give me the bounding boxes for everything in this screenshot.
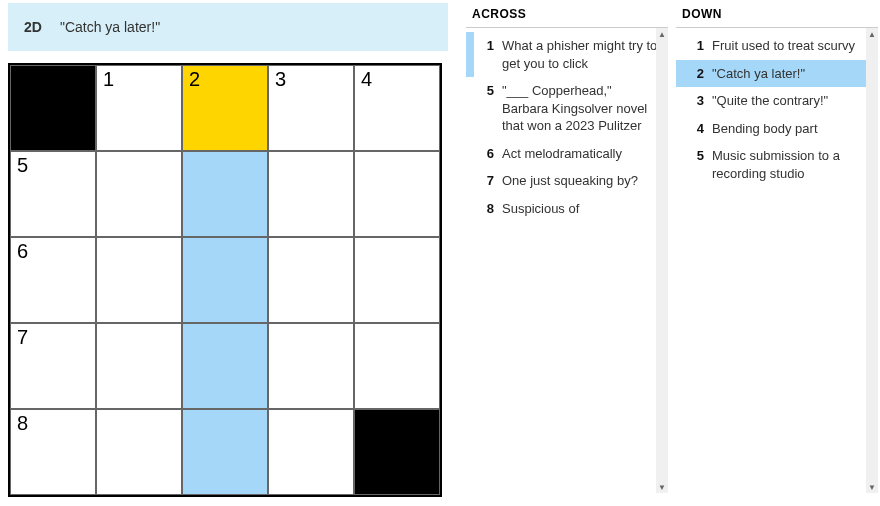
puzzle-area: 2D "Catch ya later!" 12345678 [8,3,448,497]
grid-cell[interactable]: 2 [182,65,268,151]
clue-item[interactable]: 8Suspicious of [466,195,668,223]
clue-number: 5 [474,82,494,135]
clue-number: 7 [474,172,494,190]
grid-cell [354,409,440,495]
grid-cell[interactable] [182,409,268,495]
cell-number: 1 [103,68,114,91]
clue-number: 1 [474,37,494,72]
grid-cell[interactable] [354,237,440,323]
cell-number: 3 [275,68,286,91]
grid-cell[interactable] [268,237,354,323]
clue-text: Music submission to a recording studio [712,147,872,182]
grid-cell[interactable] [268,323,354,409]
cell-number: 4 [361,68,372,91]
clue-text: Bending body part [712,120,872,138]
clue-item[interactable]: 1Fruit used to treat scurvy [676,32,878,60]
clue-number: 5 [684,147,704,182]
clue-item[interactable]: 3"Quite the contrary!" [676,87,878,115]
cell-number: 7 [17,326,28,349]
clue-item[interactable]: 1What a phisher might try to get you to … [466,32,668,77]
clue-number: 3 [684,92,704,110]
clue-number: 8 [474,200,494,218]
scrollbar[interactable]: ▲ ▼ [656,28,668,493]
grid-cell[interactable]: 4 [354,65,440,151]
down-clue-list: 1Fruit used to treat scurvy2"Catch ya la… [676,28,878,191]
cell-number: 2 [189,68,200,91]
clue-text: What a phisher might try to get you to c… [502,37,662,72]
clue-text: "Catch ya later!" [712,65,872,83]
grid-cell[interactable] [268,151,354,237]
current-clue-text: "Catch ya later!" [60,19,160,35]
grid-cell[interactable] [182,323,268,409]
clue-number: 1 [684,37,704,55]
grid-cell[interactable]: 7 [10,323,96,409]
across-list-wrap: 1What a phisher might try to get you to … [466,28,668,493]
grid-cell[interactable] [354,323,440,409]
clue-text: Suspicious of [502,200,662,218]
clue-item[interactable]: 5"___ Copperhead," Barbara Kingsolver no… [466,77,668,140]
cell-number: 5 [17,154,28,177]
clue-text: "Quite the contrary!" [712,92,872,110]
scroll-up-icon[interactable]: ▲ [866,28,878,40]
grid-cell[interactable] [182,151,268,237]
current-clue-label: 2D [24,19,42,35]
grid-cell[interactable]: 3 [268,65,354,151]
grid-cell [10,65,96,151]
grid-cell[interactable] [96,151,182,237]
clue-number: 4 [684,120,704,138]
grid-cell[interactable] [268,409,354,495]
clue-text: One just squeaking by? [502,172,662,190]
grid-cell[interactable] [96,409,182,495]
scroll-up-icon[interactable]: ▲ [656,28,668,40]
across-column: ACROSS 1What a phisher might try to get … [466,3,668,493]
clue-text: Fruit used to treat scurvy [712,37,872,55]
current-clue-bar: 2D "Catch ya later!" [8,3,448,51]
scrollbar[interactable]: ▲ ▼ [866,28,878,493]
clue-number: 2 [684,65,704,83]
grid-cell[interactable] [182,237,268,323]
grid-cell[interactable]: 6 [10,237,96,323]
cell-number: 8 [17,412,28,435]
cell-number: 6 [17,240,28,263]
grid-cell[interactable]: 1 [96,65,182,151]
across-clue-list: 1What a phisher might try to get you to … [466,28,668,226]
across-heading: ACROSS [466,3,668,28]
clue-item[interactable]: 7One just squeaking by? [466,167,668,195]
down-column: DOWN 1Fruit used to treat scurvy2"Catch … [676,3,878,493]
clue-text: "___ Copperhead," Barbara Kingsolver nov… [502,82,662,135]
clue-text: Act melodramatically [502,145,662,163]
scroll-down-icon[interactable]: ▼ [866,481,878,493]
clue-item[interactable]: 4Bending body part [676,115,878,143]
grid-cell[interactable]: 5 [10,151,96,237]
grid-cell[interactable] [96,323,182,409]
scroll-down-icon[interactable]: ▼ [656,481,668,493]
clue-item[interactable]: 2"Catch ya later!" [676,60,878,88]
clue-item[interactable]: 6Act melodramatically [466,140,668,168]
crossword-grid[interactable]: 12345678 [8,63,442,497]
down-heading: DOWN [676,3,878,28]
grid-cell[interactable] [354,151,440,237]
clue-number: 6 [474,145,494,163]
grid-cell[interactable] [96,237,182,323]
clue-item[interactable]: 5Music submission to a recording studio [676,142,878,187]
down-list-wrap: 1Fruit used to treat scurvy2"Catch ya la… [676,28,878,493]
grid-cell[interactable]: 8 [10,409,96,495]
